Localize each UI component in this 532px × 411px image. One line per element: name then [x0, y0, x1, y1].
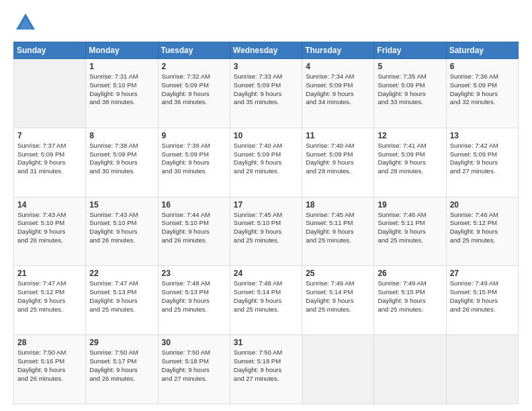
day-number: 21: [17, 269, 82, 278]
day-cell: 22Sunrise: 7:47 AM Sunset: 5:13 PM Dayli…: [86, 266, 158, 335]
day-info: Sunrise: 7:46 AM Sunset: 5:11 PM Dayligh…: [378, 211, 442, 245]
week-row-1: 7Sunrise: 7:37 AM Sunset: 5:09 PM Daylig…: [14, 128, 519, 197]
day-info: Sunrise: 7:48 AM Sunset: 5:13 PM Dayligh…: [162, 279, 226, 314]
day-number: 13: [450, 131, 515, 140]
day-cell: 20Sunrise: 7:46 AM Sunset: 5:12 PM Dayli…: [446, 197, 518, 266]
day-number: 22: [89, 269, 154, 278]
week-row-4: 28Sunrise: 7:50 AM Sunset: 5:16 PM Dayli…: [14, 335, 519, 404]
day-cell: 7Sunrise: 7:37 AM Sunset: 5:09 PM Daylig…: [14, 128, 86, 197]
logo-icon: [13, 11, 38, 35]
day-info: Sunrise: 7:50 AM Sunset: 5:16 PM Dayligh…: [17, 349, 82, 383]
day-header-sunday: Sunday: [14, 42, 86, 59]
day-cell: 1Sunrise: 7:31 AM Sunset: 5:10 PM Daylig…: [86, 59, 158, 128]
day-number: 26: [378, 269, 442, 278]
day-info: Sunrise: 7:42 AM Sunset: 5:09 PM Dayligh…: [450, 142, 515, 176]
day-info: Sunrise: 7:32 AM Sunset: 5:09 PM Dayligh…: [162, 73, 226, 107]
day-number: 9: [162, 131, 226, 140]
day-cell: 25Sunrise: 7:49 AM Sunset: 5:14 PM Dayli…: [302, 266, 374, 335]
day-number: 31: [234, 338, 298, 347]
day-number: 24: [234, 269, 298, 278]
day-info: Sunrise: 7:47 AM Sunset: 5:13 PM Dayligh…: [89, 279, 154, 314]
day-info: Sunrise: 7:45 AM Sunset: 5:10 PM Dayligh…: [234, 211, 298, 245]
day-cell: 30Sunrise: 7:50 AM Sunset: 5:18 PM Dayli…: [158, 335, 230, 404]
day-cell: [446, 335, 518, 404]
day-number: 7: [17, 131, 82, 140]
day-info: Sunrise: 7:45 AM Sunset: 5:11 PM Dayligh…: [306, 211, 370, 245]
day-info: Sunrise: 7:49 AM Sunset: 5:14 PM Dayligh…: [306, 279, 370, 314]
day-cell: 24Sunrise: 7:48 AM Sunset: 5:14 PM Dayli…: [230, 266, 302, 335]
day-info: Sunrise: 7:47 AM Sunset: 5:12 PM Dayligh…: [17, 279, 82, 314]
day-cell: 28Sunrise: 7:50 AM Sunset: 5:16 PM Dayli…: [14, 335, 86, 404]
day-header-friday: Friday: [374, 42, 446, 59]
week-row-2: 14Sunrise: 7:43 AM Sunset: 5:10 PM Dayli…: [14, 197, 519, 266]
day-number: 4: [306, 62, 370, 71]
day-info: Sunrise: 7:37 AM Sunset: 5:09 PM Dayligh…: [17, 142, 82, 176]
day-cell: [14, 59, 86, 128]
day-cell: 8Sunrise: 7:38 AM Sunset: 5:09 PM Daylig…: [86, 128, 158, 197]
day-info: Sunrise: 7:46 AM Sunset: 5:12 PM Dayligh…: [450, 211, 515, 245]
day-number: 3: [234, 62, 298, 71]
day-info: Sunrise: 7:39 AM Sunset: 5:09 PM Dayligh…: [162, 142, 226, 176]
day-number: 6: [450, 62, 515, 71]
day-header-tuesday: Tuesday: [158, 42, 230, 59]
day-cell: 11Sunrise: 7:40 AM Sunset: 5:09 PM Dayli…: [302, 128, 374, 197]
day-info: Sunrise: 7:34 AM Sunset: 5:09 PM Dayligh…: [306, 73, 370, 107]
day-number: 5: [378, 62, 442, 71]
day-info: Sunrise: 7:31 AM Sunset: 5:10 PM Dayligh…: [89, 73, 154, 107]
day-cell: 18Sunrise: 7:45 AM Sunset: 5:11 PM Dayli…: [302, 197, 374, 266]
day-number: 30: [162, 338, 226, 347]
day-info: Sunrise: 7:48 AM Sunset: 5:14 PM Dayligh…: [234, 279, 298, 314]
day-cell: 19Sunrise: 7:46 AM Sunset: 5:11 PM Dayli…: [374, 197, 446, 266]
day-number: 1: [89, 62, 154, 71]
day-info: Sunrise: 7:33 AM Sunset: 5:09 PM Dayligh…: [234, 73, 298, 107]
day-number: 10: [234, 131, 298, 140]
day-number: 16: [162, 200, 226, 210]
day-info: Sunrise: 7:43 AM Sunset: 5:10 PM Dayligh…: [17, 211, 82, 245]
day-info: Sunrise: 7:49 AM Sunset: 5:15 PM Dayligh…: [450, 279, 515, 314]
day-info: Sunrise: 7:36 AM Sunset: 5:09 PM Dayligh…: [450, 73, 515, 107]
day-number: 14: [17, 200, 82, 210]
day-cell: 31Sunrise: 7:50 AM Sunset: 5:18 PM Dayli…: [230, 335, 302, 404]
day-cell: 26Sunrise: 7:49 AM Sunset: 5:15 PM Dayli…: [374, 266, 446, 335]
week-row-0: 1Sunrise: 7:31 AM Sunset: 5:10 PM Daylig…: [14, 59, 519, 128]
day-cell: [302, 335, 374, 404]
day-cell: 6Sunrise: 7:36 AM Sunset: 5:09 PM Daylig…: [446, 59, 518, 128]
day-number: 8: [89, 131, 154, 140]
day-number: 12: [378, 131, 442, 140]
day-info: Sunrise: 7:35 AM Sunset: 5:09 PM Dayligh…: [378, 73, 442, 107]
day-number: 29: [89, 338, 154, 347]
day-info: Sunrise: 7:44 AM Sunset: 5:10 PM Dayligh…: [162, 211, 226, 245]
day-cell: 14Sunrise: 7:43 AM Sunset: 5:10 PM Dayli…: [14, 197, 86, 266]
day-number: 18: [306, 200, 370, 210]
day-cell: 16Sunrise: 7:44 AM Sunset: 5:10 PM Dayli…: [158, 197, 230, 266]
day-cell: 9Sunrise: 7:39 AM Sunset: 5:09 PM Daylig…: [158, 128, 230, 197]
day-number: 15: [89, 200, 154, 210]
header: [13, 11, 519, 35]
day-info: Sunrise: 7:50 AM Sunset: 5:18 PM Dayligh…: [234, 349, 298, 383]
day-cell: 5Sunrise: 7:35 AM Sunset: 5:09 PM Daylig…: [374, 59, 446, 128]
day-number: 28: [17, 338, 82, 347]
day-number: 20: [450, 200, 515, 210]
day-cell: 13Sunrise: 7:42 AM Sunset: 5:09 PM Dayli…: [446, 128, 518, 197]
day-number: 11: [306, 131, 370, 140]
day-info: Sunrise: 7:43 AM Sunset: 5:10 PM Dayligh…: [89, 211, 154, 245]
day-cell: 12Sunrise: 7:41 AM Sunset: 5:09 PM Dayli…: [374, 128, 446, 197]
day-number: 2: [162, 62, 226, 71]
day-info: Sunrise: 7:40 AM Sunset: 5:09 PM Dayligh…: [234, 142, 298, 176]
day-number: 19: [378, 200, 442, 210]
day-number: 17: [234, 200, 298, 210]
day-header-wednesday: Wednesday: [230, 42, 302, 59]
day-info: Sunrise: 7:38 AM Sunset: 5:09 PM Dayligh…: [89, 142, 154, 176]
day-cell: 23Sunrise: 7:48 AM Sunset: 5:13 PM Dayli…: [158, 266, 230, 335]
week-row-3: 21Sunrise: 7:47 AM Sunset: 5:12 PM Dayli…: [14, 266, 519, 335]
logo: [13, 11, 42, 35]
calendar-table: SundayMondayTuesdayWednesdayThursdayFrid…: [13, 42, 519, 404]
day-cell: 29Sunrise: 7:50 AM Sunset: 5:17 PM Dayli…: [86, 335, 158, 404]
day-header-thursday: Thursday: [302, 42, 374, 59]
day-cell: 2Sunrise: 7:32 AM Sunset: 5:09 PM Daylig…: [158, 59, 230, 128]
day-cell: 15Sunrise: 7:43 AM Sunset: 5:10 PM Dayli…: [86, 197, 158, 266]
calendar: SundayMondayTuesdayWednesdayThursdayFrid…: [13, 42, 519, 404]
day-header-monday: Monday: [86, 42, 158, 59]
day-info: Sunrise: 7:40 AM Sunset: 5:09 PM Dayligh…: [306, 142, 370, 176]
day-info: Sunrise: 7:50 AM Sunset: 5:18 PM Dayligh…: [162, 349, 226, 383]
